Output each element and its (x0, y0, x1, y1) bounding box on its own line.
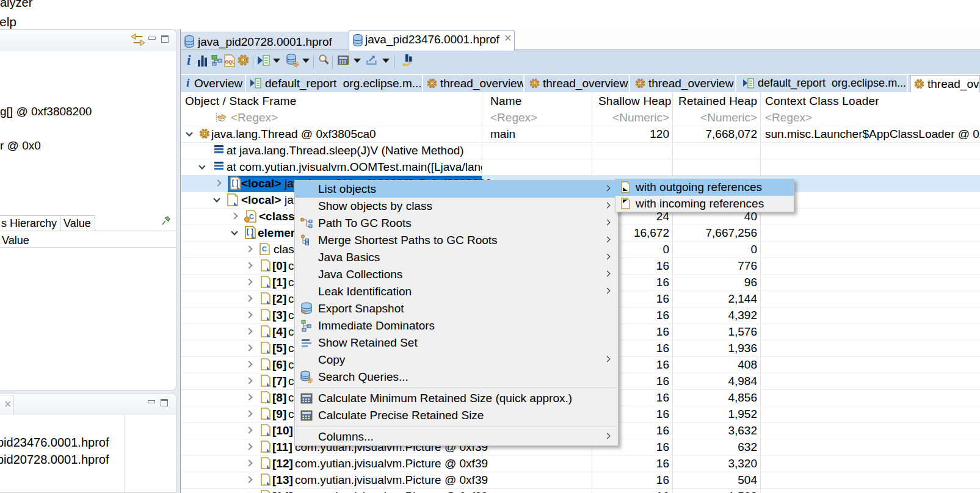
svg-text:C: C (262, 245, 267, 253)
svg-text:C: C (249, 213, 254, 220)
svg-text:OQL: OQL (225, 59, 236, 65)
